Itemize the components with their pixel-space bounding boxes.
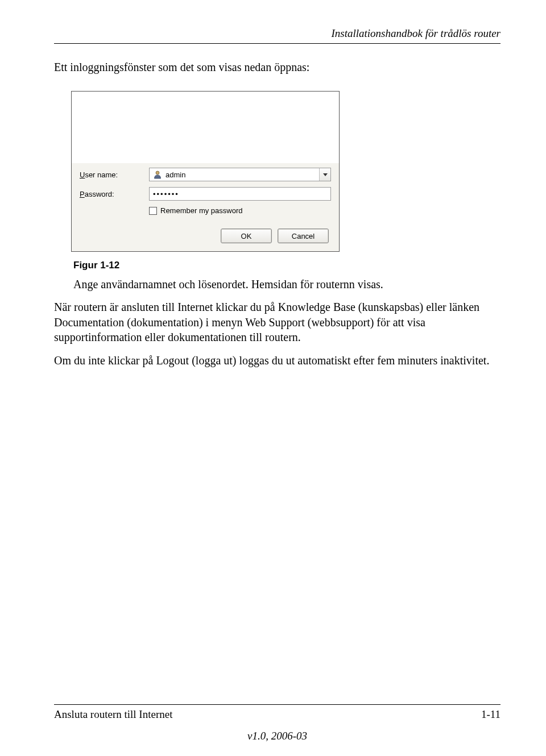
figure-caption: Figur 1-12 <box>73 260 500 271</box>
page-footer: Ansluta routern till Internet 1-11 v1.0,… <box>0 704 546 742</box>
intro-paragraph: Ett inloggningsfönster som det som visas… <box>54 61 500 74</box>
password-label: Password: <box>80 190 149 198</box>
chevron-down-icon[interactable] <box>319 168 330 181</box>
username-input[interactable]: admin <box>149 168 331 181</box>
page-number: 1-11 <box>481 708 500 721</box>
paragraph-3: Om du inte klickar på Logout (logga ut) … <box>54 353 500 368</box>
footer-section-title: Ansluta routern till Internet <box>54 708 172 721</box>
paragraph-1: Ange användarnamnet och lösenordet. Hems… <box>73 277 500 292</box>
remember-label: Remember my password <box>160 206 243 215</box>
cancel-button[interactable]: Cancel <box>278 229 329 243</box>
username-label: User name: <box>80 171 149 179</box>
username-value: admin <box>166 171 185 179</box>
user-icon <box>153 170 162 179</box>
dialog-banner <box>72 92 339 163</box>
footer-version: v1.0, 2006-03 <box>54 730 500 742</box>
login-dialog: User name: admin Password: ••••••• Remem… <box>71 91 340 252</box>
document-header: Installationshandbok för trådlös router <box>54 27 500 44</box>
password-input[interactable]: ••••••• <box>149 187 331 201</box>
remember-checkbox[interactable] <box>149 207 157 215</box>
ok-button[interactable]: OK <box>221 229 272 243</box>
paragraph-2: När routern är ansluten till Internet kl… <box>54 300 500 344</box>
password-value: ••••••• <box>153 190 179 198</box>
svg-point-0 <box>156 171 159 175</box>
